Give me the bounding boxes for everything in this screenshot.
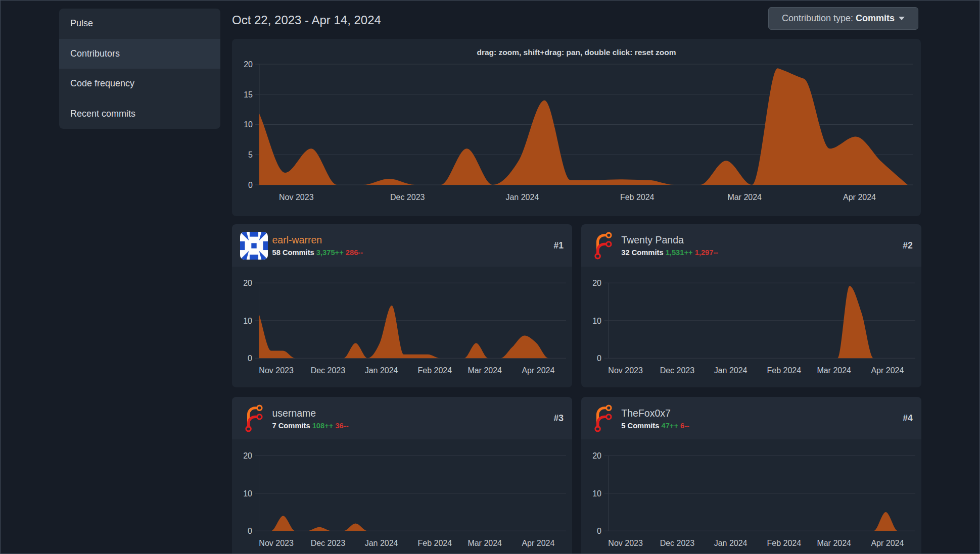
svg-text:Nov 2023: Nov 2023 — [279, 193, 314, 202]
svg-text:Jan 2024: Jan 2024 — [714, 539, 747, 547]
svg-text:Jan 2024: Jan 2024 — [365, 366, 398, 374]
svg-text:10: 10 — [592, 316, 601, 325]
svg-text:0: 0 — [597, 527, 601, 535]
svg-text:20: 20 — [244, 60, 253, 69]
svg-text:Apr 2024: Apr 2024 — [522, 366, 554, 374]
svg-text:Jan 2024: Jan 2024 — [365, 539, 398, 547]
svg-text:Dec 2023: Dec 2023 — [311, 366, 346, 374]
svg-text:0: 0 — [248, 527, 252, 535]
svg-text:10: 10 — [244, 120, 253, 129]
svg-text:10: 10 — [592, 489, 601, 498]
svg-text:10: 10 — [243, 316, 252, 325]
svg-text:Dec 2023: Dec 2023 — [390, 193, 425, 202]
svg-text:Feb 2024: Feb 2024 — [417, 366, 452, 374]
svg-text:Mar 2024: Mar 2024 — [468, 539, 502, 547]
svg-text:Feb 2024: Feb 2024 — [767, 539, 801, 547]
svg-text:5: 5 — [248, 150, 253, 159]
svg-text:Nov 2023: Nov 2023 — [259, 539, 294, 547]
svg-text:Apr 2024: Apr 2024 — [871, 366, 904, 374]
svg-text:Feb 2024: Feb 2024 — [417, 539, 452, 547]
svg-text:Dec 2023: Dec 2023 — [311, 539, 346, 547]
svg-text:Mar 2024: Mar 2024 — [727, 193, 762, 202]
svg-text:10: 10 — [243, 489, 252, 498]
svg-text:Mar 2024: Mar 2024 — [817, 539, 851, 547]
svg-text:Feb 2024: Feb 2024 — [767, 366, 801, 374]
svg-text:0: 0 — [597, 354, 601, 363]
svg-text:0: 0 — [248, 354, 252, 363]
svg-text:Feb 2024: Feb 2024 — [620, 193, 655, 202]
svg-text:Apr 2024: Apr 2024 — [871, 539, 904, 547]
svg-text:Nov 2023: Nov 2023 — [259, 366, 294, 374]
svg-text:20: 20 — [243, 451, 252, 460]
svg-text:0: 0 — [248, 181, 253, 189]
svg-text:Jan 2024: Jan 2024 — [505, 193, 539, 202]
svg-text:Mar 2024: Mar 2024 — [817, 366, 851, 374]
svg-text:Jan 2024: Jan 2024 — [714, 366, 747, 374]
svg-text:20: 20 — [592, 279, 601, 287]
svg-text:Mar 2024: Mar 2024 — [468, 366, 502, 374]
svg-text:Dec 2023: Dec 2023 — [660, 366, 694, 374]
svg-text:20: 20 — [592, 451, 601, 460]
svg-text:20: 20 — [243, 279, 252, 287]
svg-text:Apr 2024: Apr 2024 — [522, 539, 554, 547]
svg-text:15: 15 — [244, 90, 253, 99]
svg-text:Nov 2023: Nov 2023 — [608, 366, 643, 374]
svg-text:Nov 2023: Nov 2023 — [608, 539, 643, 547]
svg-text:Apr 2024: Apr 2024 — [843, 193, 876, 202]
svg-text:drag: zoom, shift+drag: pan, d: drag: zoom, shift+drag: pan, double clic… — [477, 48, 676, 57]
svg-text:Dec 2023: Dec 2023 — [660, 539, 694, 547]
